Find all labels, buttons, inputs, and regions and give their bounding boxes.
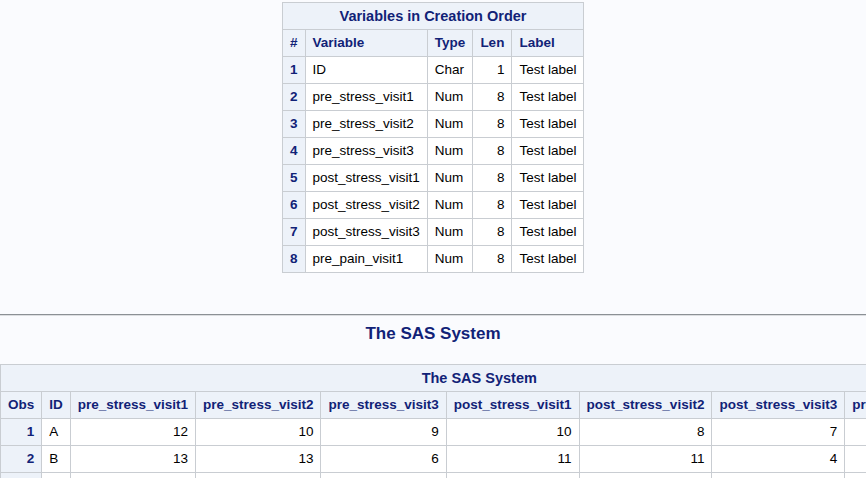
contents-output-section: Variables in Creation Order#VariableType… (0, 2, 866, 273)
column-header-post_stress_visit2: post_stress_visit2 (579, 392, 712, 419)
cell-type: Char (427, 57, 473, 84)
cell-variable: post_stress_visit1 (305, 165, 427, 192)
cell-label: Test label (512, 111, 584, 138)
header-row: #VariableTypeLenLabel (282, 30, 584, 57)
table-row: 6post_stress_visit2Num8Test label (282, 192, 584, 219)
cell-variable: pre_stress_visit1 (305, 84, 427, 111)
cell-post_stress_visit3: 4 (712, 446, 845, 473)
cell-variable: pre_stress_visit2 (305, 111, 427, 138)
cell-pre_pain_visit1: 57 (845, 446, 866, 473)
page-title: The SAS System (0, 324, 866, 344)
table-row: 3C131281013755 (1, 473, 866, 478)
page-divider (0, 314, 866, 316)
cell-type: Num (427, 246, 473, 273)
table-title-row: Variables in Creation Order (282, 3, 584, 30)
header-row: ObsIDpre_stress_visit1pre_stress_visit2p… (1, 392, 866, 419)
cell-pre_stress_visit2: 12 (196, 473, 321, 478)
cell-post_stress_visit1: 10 (446, 419, 579, 446)
cell-variable: ID (305, 57, 427, 84)
cell-pre_stress_visit1: 12 (70, 419, 195, 446)
cell-label: Test label (512, 192, 584, 219)
sas-output-page: Variables in Creation Order#VariableType… (0, 2, 866, 478)
cell-num: 3 (282, 111, 305, 138)
cell-len: 8 (473, 165, 512, 192)
variables-creation-order-table: Variables in Creation Order#VariableType… (282, 2, 585, 273)
cell-pre_stress_visit1: 13 (70, 473, 195, 478)
cell-variable: post_stress_visit2 (305, 192, 427, 219)
cell-post_stress_visit3: 7 (712, 419, 845, 446)
cell-id: C (42, 473, 71, 478)
table-row: 1IDChar1Test label (282, 57, 584, 84)
table-title: The SAS System (1, 365, 866, 392)
cell-pre_stress_visit2: 10 (196, 419, 321, 446)
cell-len: 8 (473, 138, 512, 165)
cell-pre_pain_visit1: 53 (845, 419, 866, 446)
cell-id: B (42, 446, 71, 473)
cell-type: Num (427, 111, 473, 138)
cell-label: Test label (512, 138, 584, 165)
print-output-section: The SAS System The SAS SystemObsIDpre_st… (0, 324, 866, 478)
cell-num: 2 (282, 84, 305, 111)
cell-post_stress_visit2: 13 (579, 473, 712, 478)
cell-label: Test label (512, 246, 584, 273)
cell-post_stress_visit2: 11 (579, 446, 712, 473)
cell-num: 5 (282, 165, 305, 192)
cell-label: Test label (512, 84, 584, 111)
cell-variable: post_stress_visit3 (305, 219, 427, 246)
cell-label: Test label (512, 165, 584, 192)
table-title: Variables in Creation Order (282, 3, 584, 30)
cell-pre_stress_visit3: 6 (321, 446, 446, 473)
table-row: 4pre_stress_visit3Num8Test label (282, 138, 584, 165)
column-header-id: ID (42, 392, 71, 419)
cell-obs: 3 (1, 473, 42, 478)
cell-len: 1 (473, 57, 512, 84)
cell-post_stress_visit2: 8 (579, 419, 712, 446)
cell-post_stress_visit1: 11 (446, 446, 579, 473)
table-row: 3pre_stress_visit2Num8Test label (282, 111, 584, 138)
cell-obs: 1 (1, 419, 42, 446)
cell-type: Num (427, 192, 473, 219)
cell-pre_stress_visit2: 13 (196, 446, 321, 473)
column-header-pre_pain_visit1: pre_pain_visit1 (845, 392, 866, 419)
cell-pre_stress_visit3: 8 (321, 473, 446, 478)
column-header-pre_stress_visit3: pre_stress_visit3 (321, 392, 446, 419)
cell-num: 4 (282, 138, 305, 165)
table-row: 8pre_pain_visit1Num8Test label (282, 246, 584, 273)
column-header-variable: Variable (305, 30, 427, 57)
column-header-post_stress_visit1: post_stress_visit1 (446, 392, 579, 419)
column-header-num: # (282, 30, 305, 57)
cell-type: Num (427, 84, 473, 111)
table-row: 2pre_stress_visit1Num8Test label (282, 84, 584, 111)
cell-variable: pre_pain_visit1 (305, 246, 427, 273)
cell-len: 8 (473, 111, 512, 138)
cell-len: 8 (473, 84, 512, 111)
table-row: 2B131361111457 (1, 446, 866, 473)
cell-pre_stress_visit1: 13 (70, 446, 195, 473)
cell-label: Test label (512, 219, 584, 246)
cell-num: 1 (282, 57, 305, 84)
cell-label: Test label (512, 57, 584, 84)
column-header-obs: Obs (1, 392, 42, 419)
cell-obs: 2 (1, 446, 42, 473)
table-row: 5post_stress_visit1Num8Test label (282, 165, 584, 192)
cell-post_stress_visit3: 7 (712, 473, 845, 478)
column-header-label: Label (512, 30, 584, 57)
cell-type: Num (427, 219, 473, 246)
cell-num: 7 (282, 219, 305, 246)
cell-type: Num (427, 165, 473, 192)
column-header-pre_stress_visit1: pre_stress_visit1 (70, 392, 195, 419)
cell-variable: pre_stress_visit3 (305, 138, 427, 165)
column-header-type: Type (427, 30, 473, 57)
sas-system-data-table: The SAS SystemObsIDpre_stress_visit1pre_… (0, 364, 866, 478)
cell-len: 8 (473, 219, 512, 246)
cell-pre_pain_visit1: 55 (845, 473, 866, 478)
cell-num: 6 (282, 192, 305, 219)
table-row: 7post_stress_visit3Num8Test label (282, 219, 584, 246)
cell-len: 8 (473, 192, 512, 219)
cell-len: 8 (473, 246, 512, 273)
cell-id: A (42, 419, 71, 446)
column-header-len: Len (473, 30, 512, 57)
cell-post_stress_visit1: 10 (446, 473, 579, 478)
column-header-pre_stress_visit2: pre_stress_visit2 (196, 392, 321, 419)
column-header-post_stress_visit3: post_stress_visit3 (712, 392, 845, 419)
